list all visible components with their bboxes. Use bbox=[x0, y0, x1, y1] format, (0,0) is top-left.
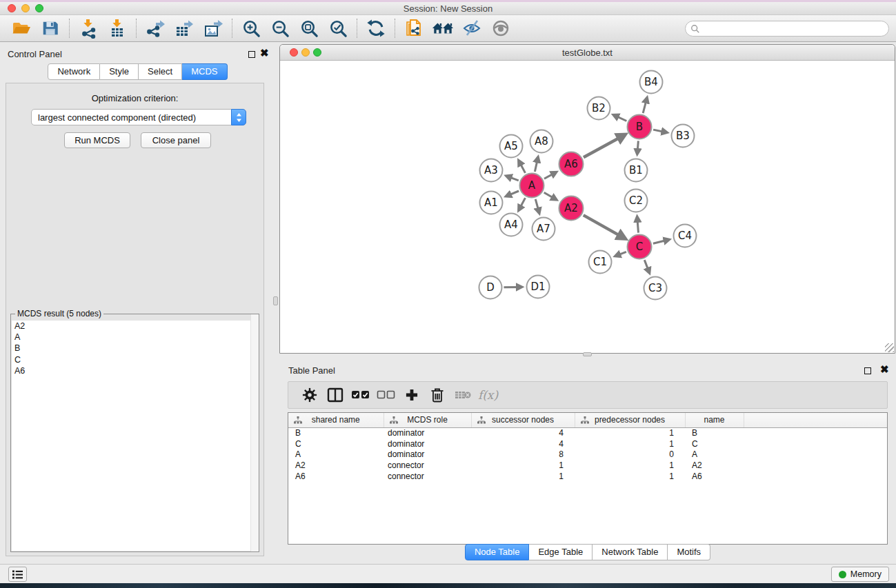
show-graphics-details-button[interactable] bbox=[486, 17, 515, 39]
column-header-successor-nodes[interactable]: successor nodes bbox=[471, 413, 575, 427]
graph-node-A8[interactable]: A8 bbox=[530, 130, 553, 153]
graph-node-B2[interactable]: B2 bbox=[588, 97, 610, 120]
delete-column-button[interactable] bbox=[424, 385, 450, 405]
graph-node-A1[interactable]: A1 bbox=[480, 192, 503, 214]
hierarchy-icon bbox=[581, 416, 589, 424]
save-session-button[interactable] bbox=[36, 17, 65, 39]
zoom-fit-button[interactable] bbox=[295, 17, 323, 39]
refresh-view-button[interactable] bbox=[361, 17, 390, 39]
graph-node-C4[interactable]: C4 bbox=[674, 225, 697, 247]
graph-edge-A-A2 bbox=[544, 192, 556, 199]
mcds-result-item[interactable]: B bbox=[12, 343, 258, 354]
zoom-fit-icon bbox=[299, 19, 319, 39]
graph-node-A4[interactable]: A4 bbox=[500, 214, 523, 236]
graph-node-D[interactable]: D bbox=[479, 276, 502, 299]
result-scrollbar[interactable] bbox=[250, 314, 259, 551]
graph-node-B1[interactable]: B1 bbox=[625, 159, 648, 182]
graph-node-C3[interactable]: C3 bbox=[644, 277, 667, 300]
close-panel-icon[interactable]: ✖ bbox=[880, 363, 889, 376]
mcds-result-item[interactable]: A6 bbox=[12, 365, 258, 376]
open-folder-icon bbox=[11, 18, 32, 39]
graph-node-C2[interactable]: C2 bbox=[625, 190, 648, 212]
split-table-button[interactable] bbox=[322, 385, 348, 405]
svg-text:B4: B4 bbox=[644, 76, 658, 88]
tab-network[interactable]: Network bbox=[48, 63, 100, 80]
graph-node-A7[interactable]: A7 bbox=[532, 218, 555, 241]
criterion-selected-value: largest connected component (directed) bbox=[38, 112, 196, 123]
home-view-button[interactable] bbox=[428, 17, 457, 39]
graph-node-A5[interactable]: A5 bbox=[500, 135, 523, 158]
graph-edge-A-A7 bbox=[535, 199, 539, 213]
table-tab-network-table[interactable]: Network Table bbox=[593, 544, 668, 560]
search-input[interactable] bbox=[703, 23, 888, 35]
close-panel-icon[interactable]: ✖ bbox=[260, 47, 269, 59]
horizontal-splitter-handle[interactable] bbox=[583, 352, 592, 356]
function-builder-button[interactable]: f(x) bbox=[475, 385, 501, 405]
select-all-rows-button[interactable] bbox=[348, 385, 373, 405]
export-image-button[interactable] bbox=[199, 17, 228, 39]
float-panel-icon[interactable] bbox=[248, 51, 255, 58]
toolbar-separator bbox=[136, 19, 137, 38]
tab-select[interactable]: Select bbox=[139, 63, 182, 80]
new-network-from-selection-button[interactable] bbox=[399, 17, 428, 39]
criterion-select[interactable]: largest connected component (directed) bbox=[31, 109, 246, 125]
column-header-predecessor-nodes[interactable]: predecessor nodes bbox=[575, 413, 685, 427]
column-header-shared-name[interactable]: shared name bbox=[288, 413, 384, 427]
add-column-button[interactable] bbox=[399, 385, 424, 405]
mcds-result-item[interactable]: A2 bbox=[12, 321, 258, 332]
zoom-in-button[interactable] bbox=[237, 17, 266, 39]
tab-mcds[interactable]: MCDS bbox=[182, 63, 227, 80]
import-table-button[interactable] bbox=[103, 17, 132, 39]
mcds-result-item[interactable]: C bbox=[12, 354, 258, 365]
table-row[interactable]: Bdominator41B bbox=[288, 427, 887, 438]
graph-node-C[interactable]: C bbox=[628, 235, 652, 259]
float-panel-icon[interactable] bbox=[864, 367, 871, 374]
table-tab-motifs[interactable]: Motifs bbox=[668, 544, 710, 560]
delete-table-button[interactable] bbox=[450, 385, 475, 405]
table-tab-node-table[interactable]: Node Table bbox=[465, 544, 530, 560]
vertical-splitter-handle[interactable] bbox=[273, 296, 278, 305]
window-resize-grip[interactable] bbox=[885, 343, 894, 352]
hide-graphics-details-button[interactable] bbox=[457, 17, 486, 39]
graph-node-A6[interactable]: A6 bbox=[559, 152, 584, 176]
table-tab-edge-table[interactable]: Edge Table bbox=[529, 544, 593, 560]
graph-node-B3[interactable]: B3 bbox=[672, 125, 695, 148]
open-file-button[interactable] bbox=[7, 17, 36, 39]
zoom-selected-button[interactable] bbox=[323, 17, 352, 39]
graph-node-A3[interactable]: A3 bbox=[480, 159, 503, 182]
plus-icon bbox=[405, 388, 419, 402]
network-canvas[interactable]: AA1A2A3A4A5A6A7A8BB1B2B3B4CC1C2C3C4DD1 bbox=[280, 61, 895, 353]
memory-button[interactable]: Memory bbox=[831, 567, 889, 582]
zoom-out-button[interactable] bbox=[266, 17, 295, 39]
deselect-all-rows-button[interactable] bbox=[373, 385, 399, 405]
table-row[interactable]: A6connector11A6 bbox=[288, 471, 887, 482]
table-row[interactable]: A2connector11A2 bbox=[288, 460, 887, 471]
graph-node-A[interactable]: A bbox=[520, 174, 544, 198]
table-panel-title: Table Panel bbox=[288, 365, 335, 376]
export-table-button[interactable] bbox=[170, 17, 199, 39]
export-network-button[interactable] bbox=[141, 17, 170, 39]
close-panel-button[interactable]: Close panel bbox=[141, 132, 211, 148]
mcds-result-item[interactable]: A bbox=[12, 332, 258, 343]
show-panels-list-button[interactable] bbox=[8, 567, 27, 582]
graph-edge-B-B1 bbox=[637, 141, 639, 153]
graph-node-C1[interactable]: C1 bbox=[589, 251, 612, 274]
column-header-MCDS-role[interactable]: MCDS role bbox=[384, 413, 471, 427]
zoom-out-icon bbox=[270, 19, 290, 39]
graph-node-D1[interactable]: D1 bbox=[527, 276, 550, 298]
table-row[interactable]: Adominator80A bbox=[288, 449, 887, 460]
column-header-name[interactable]: name bbox=[685, 413, 744, 427]
network-document-icon bbox=[404, 18, 424, 39]
table-row[interactable]: Cdominator41C bbox=[288, 438, 887, 449]
checked-boxes-icon bbox=[351, 390, 370, 400]
network-window-titlebar[interactable]: testGlobe.txt bbox=[280, 45, 895, 61]
graph-node-B4[interactable]: B4 bbox=[640, 71, 663, 94]
tab-style[interactable]: Style bbox=[100, 63, 139, 80]
node-table: shared nameMCDS rolesuccessor nodesprede… bbox=[288, 413, 888, 482]
import-network-button[interactable] bbox=[74, 17, 103, 39]
run-mcds-button[interactable]: Run MCDS bbox=[64, 132, 130, 148]
graph-node-B[interactable]: B bbox=[628, 115, 652, 139]
graph-node-A2[interactable]: A2 bbox=[559, 196, 584, 221]
table-toolbar: f(x) bbox=[288, 381, 888, 409]
table-settings-button[interactable] bbox=[297, 385, 322, 405]
